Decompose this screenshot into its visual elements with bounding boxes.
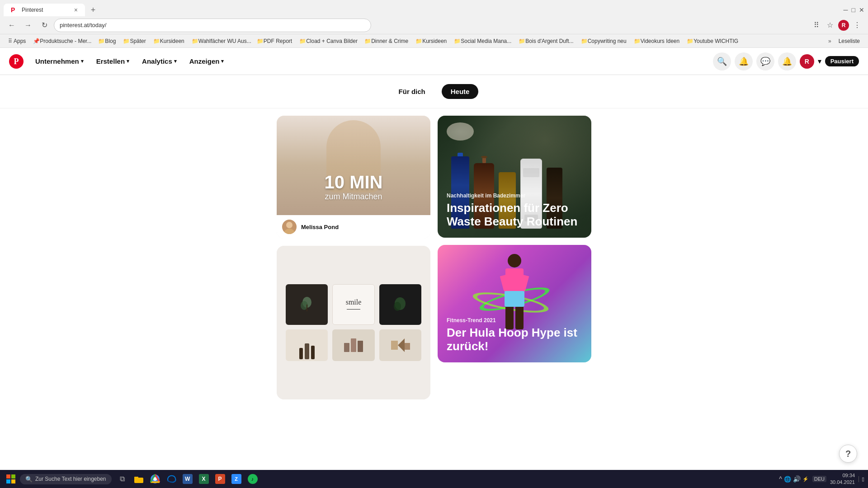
bookmark-blog[interactable]: 📁 Blog bbox=[95, 37, 118, 45]
bookmark-leseliste[interactable]: Leseliste bbox=[836, 37, 863, 45]
tab-fuer-dich[interactable]: Für dich bbox=[390, 84, 434, 99]
chevron-down-icon: ▾ bbox=[174, 58, 177, 64]
spotify-icon[interactable]: ♪ bbox=[245, 472, 260, 486]
folder-icon: 📁 bbox=[519, 38, 525, 44]
folder-icon: 📁 bbox=[192, 38, 198, 44]
bookmarks-more-button[interactable]: » bbox=[826, 37, 834, 45]
chevron-down-icon: ▾ bbox=[127, 58, 129, 64]
clock-date: 30.04.2021 bbox=[830, 479, 855, 486]
notifications-button[interactable]: 🔔 bbox=[735, 52, 753, 70]
show-desktop-button[interactable]: ▯ bbox=[859, 476, 864, 482]
profile-icon[interactable]: R bbox=[838, 20, 849, 31]
pinterest-app: P Unternehmen ▾ Erstellen ▾ Analytics ▾ … bbox=[0, 48, 868, 488]
powerpoint-icon[interactable]: P bbox=[213, 472, 227, 486]
bookmark-star-icon[interactable]: ☆ bbox=[825, 20, 835, 31]
extensions-icon[interactable]: ⠿ bbox=[811, 20, 822, 31]
folder-icon: 📁 bbox=[123, 38, 130, 44]
pin-card-bathroom[interactable]: Nachhaltigkeit im Badezimmer Inspiration… bbox=[438, 116, 591, 238]
bookmark-apps[interactable]: ⠿ Apps bbox=[5, 37, 28, 45]
folder-icon: 📁 bbox=[415, 38, 422, 44]
bookmark-label: Apps bbox=[14, 38, 26, 44]
user-menu-chevron[interactable]: ▾ bbox=[818, 57, 821, 66]
pinterest-logo[interactable]: P bbox=[9, 54, 24, 69]
pin-column-left: 10 MIN zum Mitmachen bbox=[277, 116, 430, 399]
task-view-icon[interactable]: ⧉ bbox=[115, 472, 130, 486]
bookmark-canva[interactable]: 📁 Cload + Canva Bilder bbox=[297, 37, 360, 45]
file-explorer-icon[interactable] bbox=[132, 472, 146, 486]
bookmark-produktsuche[interactable]: 📌 Produktsuche - Mer... bbox=[30, 37, 94, 45]
messages-button[interactable]: 💬 bbox=[756, 52, 774, 70]
help-button[interactable]: ? bbox=[839, 445, 857, 463]
address-input[interactable] bbox=[54, 19, 371, 32]
bookmark-label: Youtube WICHTIG bbox=[693, 38, 738, 44]
nav-anzeigen[interactable]: Anzeigen ▾ bbox=[183, 54, 231, 69]
bookmark-spaeter[interactable]: 📁 Später bbox=[120, 37, 148, 45]
word-icon[interactable]: W bbox=[180, 472, 195, 486]
search-button[interactable]: 🔍 bbox=[713, 52, 731, 70]
network-icon[interactable]: 🌐 bbox=[784, 476, 791, 483]
volume-icon[interactable]: 🔊 bbox=[793, 475, 801, 483]
forward-button[interactable]: → bbox=[22, 19, 34, 32]
bookmark-label: Blog bbox=[105, 38, 116, 44]
folder-icon: 📁 bbox=[634, 38, 641, 44]
refresh-button[interactable]: ↻ bbox=[38, 19, 51, 32]
minimize-icon[interactable]: ─ bbox=[844, 6, 848, 14]
folder-icon: 📁 bbox=[153, 38, 160, 44]
nav-anzeigen-label: Anzeigen bbox=[189, 57, 220, 65]
apps-icon: ⠿ bbox=[8, 38, 12, 44]
chrome-icon[interactable] bbox=[148, 472, 162, 486]
taskbar-search-placeholder: Zur Suche Text hier eingeben bbox=[35, 476, 106, 482]
bookmark-copywriting[interactable]: 📁 Copywriting neu bbox=[578, 37, 629, 45]
bookmark-youtube[interactable]: 📁 Youtube WICHTIG bbox=[684, 37, 741, 45]
bookmark-kursideen-2[interactable]: 📁 Kursideen bbox=[413, 37, 449, 45]
zoom-icon[interactable]: Z bbox=[229, 472, 244, 486]
bookmark-kursideen-1[interactable]: 📁 Kursideen bbox=[151, 37, 187, 45]
nav-analytics[interactable]: Analytics ▾ bbox=[136, 54, 183, 69]
system-tray-icons: ^ 🌐 🔊 ⚡ bbox=[779, 475, 809, 483]
taskbar-search[interactable]: 🔍 Zur Suche Text hier eingeben bbox=[20, 474, 112, 484]
taskbar: 🔍 Zur Suche Text hier eingeben ⧉ bbox=[0, 470, 868, 488]
pause-badge[interactable]: Pausiert bbox=[825, 56, 859, 66]
filter-tabs: Für dich Heute bbox=[0, 75, 868, 108]
tab-close-button[interactable]: × bbox=[74, 6, 78, 14]
browser-menu-icon[interactable]: ⋮ bbox=[852, 20, 863, 31]
bookmark-label: Leseliste bbox=[839, 38, 860, 44]
pin-title-bathroom: Inspirationen für Zero Waste Beauty Rout… bbox=[447, 202, 582, 229]
nav-erstellen[interactable]: Erstellen ▾ bbox=[90, 54, 136, 69]
bookmark-pdf[interactable]: 📁 PDF Report bbox=[254, 37, 295, 45]
pin-card-workout[interactable]: 10 MIN zum Mitmachen bbox=[277, 116, 430, 239]
bookmark-dinner[interactable]: 📁 Dinner & Crime bbox=[362, 37, 411, 45]
bookmark-social-media[interactable]: 📁 Social Media Mana... bbox=[451, 37, 514, 45]
pin-image-moodboard: smile bbox=[277, 246, 430, 399]
svg-point-9 bbox=[394, 302, 401, 311]
folder-icon: 📁 bbox=[581, 38, 588, 44]
close-icon[interactable]: ✕ bbox=[859, 6, 864, 14]
updates-button[interactable]: 🔔 bbox=[778, 52, 796, 70]
pin-card-moodboard[interactable]: smile bbox=[277, 246, 430, 399]
user-avatar[interactable]: R bbox=[800, 54, 814, 69]
bookmark-bois[interactable]: 📁 Bois d'Argent Duft... bbox=[516, 37, 576, 45]
bookmark-label: Cload + Canva Bilder bbox=[306, 38, 358, 44]
new-tab-button[interactable]: + bbox=[87, 4, 99, 16]
svg-text:P: P bbox=[14, 57, 19, 66]
active-tab[interactable]: P Pinterest × bbox=[4, 4, 85, 16]
edge-icon[interactable] bbox=[164, 472, 179, 486]
nav-unternehmen[interactable]: Unternehmen ▾ bbox=[29, 54, 90, 69]
tray-expand-icon[interactable]: ^ bbox=[779, 475, 782, 483]
content-area[interactable]: Für dich Heute 10 MIN zum Mitmachen bbox=[0, 75, 868, 488]
folder-icon: 📁 bbox=[454, 38, 461, 44]
bookmark-videokurs[interactable]: 📁 Videokurs Ideen bbox=[631, 37, 683, 45]
excel-icon[interactable]: X bbox=[197, 472, 211, 486]
pin-footer-workout: Melissa Pond bbox=[277, 215, 430, 239]
start-button[interactable] bbox=[4, 472, 18, 486]
battery-icon[interactable]: ⚡ bbox=[802, 476, 809, 482]
back-button[interactable]: ← bbox=[5, 19, 18, 32]
language-indicator[interactable]: DEU bbox=[812, 476, 826, 482]
pin-image-hula: Fitness-Trend 2021 Der Hula Hoop Hype is… bbox=[438, 245, 591, 362]
bookmark-label: Kursideen bbox=[422, 38, 447, 44]
bookmark-label: Wahlfächer WU Aus... bbox=[198, 38, 251, 44]
bookmark-wahlfaecher[interactable]: 📁 Wahlfächer WU Aus... bbox=[189, 37, 252, 45]
tab-heute[interactable]: Heute bbox=[442, 84, 479, 99]
maximize-icon[interactable]: □ bbox=[852, 6, 855, 14]
pin-card-hula[interactable]: Fitness-Trend 2021 Der Hula Hoop Hype is… bbox=[438, 245, 591, 362]
